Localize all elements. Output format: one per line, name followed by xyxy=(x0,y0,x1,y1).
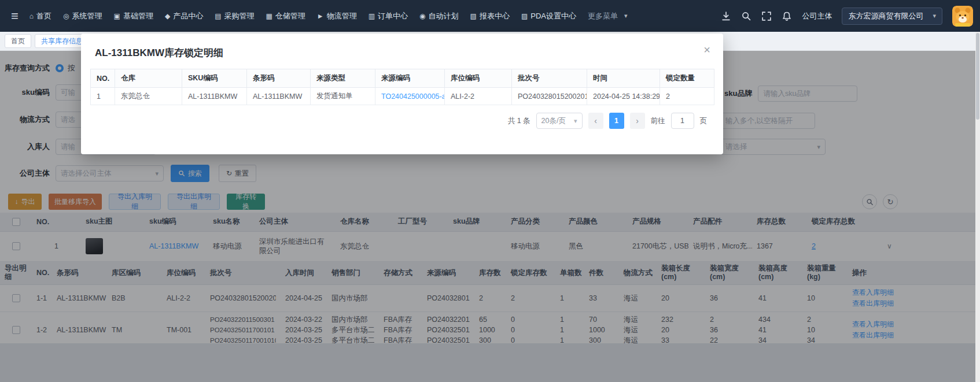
company-entity-value: 东方宏源商贸有限公司 xyxy=(848,11,923,21)
nav-system[interactable]: ◎系统管理 xyxy=(57,0,108,32)
tab-home[interactable]: 首页 xyxy=(5,34,31,48)
robot-icon: ◉ xyxy=(419,12,425,20)
pagination: 共 1 条 20条/页 ▾ ‹ 1 › 前往 页 xyxy=(81,113,707,129)
page-suffix: 页 xyxy=(700,116,708,126)
nav-base[interactable]: ▣基础管理 xyxy=(108,0,159,32)
tab-label: 共享库存信息 xyxy=(41,36,83,46)
nav-label: PDA设置中心 xyxy=(530,11,576,21)
batch-no: PO240328015200201 xyxy=(518,92,587,101)
col-time: 时间 xyxy=(587,69,660,88)
company-entity-select[interactable]: 东方宏源商贸有限公司 ▾ xyxy=(842,8,942,25)
nav-label: 报表中心 xyxy=(480,11,510,21)
nav-label: 产品中心 xyxy=(173,11,203,21)
dialog-title: AL-1311BKMW库存锁定明细 xyxy=(81,34,723,68)
close-icon[interactable]: × xyxy=(703,44,710,55)
lock-time: 2024-04-25 14:38:29 xyxy=(593,92,660,101)
pda-icon: ▨ xyxy=(521,12,528,20)
page-size-select[interactable]: 20条/页 ▾ xyxy=(536,113,583,129)
col-sku-code: SKU编码 xyxy=(182,69,247,88)
warehouse-icon: ▦ xyxy=(266,12,272,20)
warehouse-name: 东莞总仓 xyxy=(121,92,150,100)
nav-label: 物流管理 xyxy=(327,11,357,21)
box-icon: ◆ xyxy=(165,12,170,20)
prev-page-button[interactable]: ‹ xyxy=(588,113,603,129)
gear-icon: ▣ xyxy=(114,12,120,20)
current-page-button[interactable]: 1 xyxy=(609,113,624,129)
col-source-type: 来源类型 xyxy=(311,69,375,88)
page-size-value: 20条/页 xyxy=(541,116,566,126)
col-no: NO. xyxy=(91,69,115,88)
goto-label: 前往 xyxy=(651,116,665,126)
goto-page-input[interactable] xyxy=(671,113,694,129)
truck-icon: ► xyxy=(317,12,324,20)
chevron-down-icon: ▾ xyxy=(624,12,628,20)
tab-label: 首页 xyxy=(11,36,25,46)
nav-label: 首页 xyxy=(36,11,51,21)
nav-label: 仓储管理 xyxy=(275,11,305,21)
home-icon: ⌂ xyxy=(30,12,34,20)
system-icon: ◎ xyxy=(63,12,69,20)
search-icon[interactable] xyxy=(741,11,751,21)
total-count: 共 1 条 xyxy=(508,116,530,126)
chevron-down-icon: ▾ xyxy=(574,117,577,125)
tiger-avatar-image xyxy=(952,6,973,27)
download-icon[interactable] xyxy=(721,11,731,21)
bell-icon[interactable] xyxy=(782,11,792,21)
nav-product[interactable]: ◆产品中心 xyxy=(159,0,209,32)
lock-table-row: 1 东莞总仓 AL-1311BKMW AL-1311BKMW 发货通知单 TO2… xyxy=(91,88,714,105)
col-batch: 批次号 xyxy=(512,69,587,88)
lock-table-header-row: NO. 仓库 SKU编码 条形码 来源类型 来源编码 库位编码 批次号 时间 锁… xyxy=(91,69,714,88)
locked-qty: 2 xyxy=(666,92,670,101)
nav-order[interactable]: ▥订单中心 xyxy=(363,0,414,32)
row-no: 1 xyxy=(97,92,101,101)
vertical-scrollbar[interactable] xyxy=(975,32,980,382)
barcode: AL-1311BKMW xyxy=(253,92,302,101)
col-location: 库位编码 xyxy=(445,69,512,88)
nav-label: 采购管理 xyxy=(224,11,255,21)
nav-plan[interactable]: ◉自动计划 xyxy=(414,0,464,32)
source-code-link[interactable]: TO240425000005-a xyxy=(381,92,445,101)
top-navbar: ≡ ⌂首页 ◎系统管理 ▣基础管理 ◆产品中心 ▤采购管理 ▦仓储管理 ►物流管… xyxy=(0,0,980,32)
nav-logistics[interactable]: ►物流管理 xyxy=(311,0,363,32)
lock-detail-table: NO. 仓库 SKU编码 条形码 来源类型 来源编码 库位编码 批次号 时间 锁… xyxy=(90,69,714,105)
nav-more-menu[interactable]: 更多菜单▾ xyxy=(582,0,633,32)
chevron-down-icon: ▾ xyxy=(933,12,936,20)
nav-label: 更多菜单 xyxy=(588,11,618,21)
col-warehouse: 仓库 xyxy=(115,69,182,88)
company-entity-label: 公司主体 xyxy=(802,11,832,21)
source-type: 发货通知单 xyxy=(316,92,353,100)
cart-icon: ▤ xyxy=(215,12,221,20)
nav-label: 系统管理 xyxy=(72,11,102,21)
col-barcode: 条形码 xyxy=(247,69,311,88)
nav-label: 订单中心 xyxy=(378,11,408,21)
col-locked-qty: 锁定数量 xyxy=(660,69,714,88)
nav-label: 基础管理 xyxy=(123,11,153,21)
app-screen: ≡ ⌂首页 ◎系统管理 ▣基础管理 ◆产品中心 ▤采购管理 ▦仓储管理 ►物流管… xyxy=(0,0,980,382)
next-page-button[interactable]: › xyxy=(630,113,645,129)
sku-code: AL-1311BKMW xyxy=(188,92,237,101)
nav-purchase[interactable]: ▤采购管理 xyxy=(209,0,260,32)
location-code: ALI-2-2 xyxy=(451,92,474,101)
chart-icon: ▧ xyxy=(470,12,477,20)
document-icon: ▥ xyxy=(369,12,375,20)
user-avatar[interactable] xyxy=(952,6,973,27)
nav-home[interactable]: ⌂首页 xyxy=(24,0,57,32)
nav-warehouse[interactable]: ▦仓储管理 xyxy=(260,0,311,32)
nav-report[interactable]: ▧报表中心 xyxy=(465,0,515,32)
col-source-code: 来源编码 xyxy=(375,69,445,88)
hamburger-menu-icon[interactable]: ≡ xyxy=(6,10,24,23)
lock-detail-dialog: AL-1311BKMW库存锁定明细 × NO. 仓库 SKU编码 条形码 来源类… xyxy=(81,34,723,154)
nav-pda[interactable]: ▨PDA设置中心 xyxy=(515,0,582,32)
fullscreen-icon[interactable] xyxy=(761,11,772,21)
scrollbar-thumb[interactable] xyxy=(976,33,979,120)
topbar-actions: 公司主体 东方宏源商贸有限公司 ▾ xyxy=(721,6,980,27)
nav-label: 自动计划 xyxy=(429,11,459,21)
